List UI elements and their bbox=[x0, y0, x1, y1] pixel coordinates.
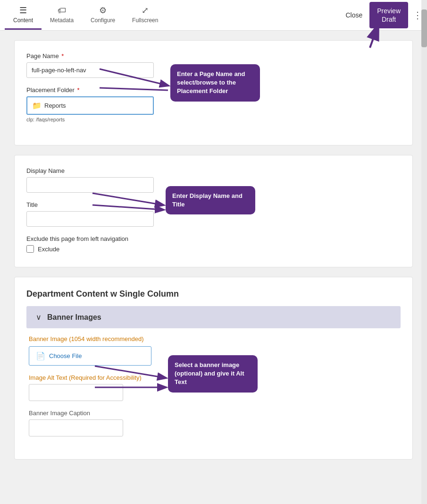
tab-content[interactable]: ☰ Content bbox=[5, 0, 42, 30]
exclude-section: Exclude this page from left navigation E… bbox=[26, 235, 401, 253]
page-name-input[interactable] bbox=[26, 62, 154, 78]
banner-images-title: Banner Images bbox=[47, 313, 101, 322]
banner-section-content: Banner Image (1054 width recommended) 📄 … bbox=[26, 335, 401, 436]
placement-folder-group: Placement Folder * 📁 Reports clp: /faqs/… bbox=[26, 86, 401, 122]
accordion-chevron-icon: ∨ bbox=[36, 313, 42, 322]
file-icon: 📄 bbox=[36, 351, 45, 360]
choose-file-label: Choose File bbox=[49, 352, 82, 359]
exclude-checkbox[interactable] bbox=[26, 245, 34, 253]
placement-folder-input[interactable]: 📁 Reports bbox=[26, 96, 154, 115]
title-group: Title bbox=[26, 201, 401, 227]
placement-required: * bbox=[77, 86, 80, 94]
banner-image-label: Banner Image (1054 width recommended) bbox=[29, 335, 398, 342]
display-name-section: Display Name Title Exclude this page fro… bbox=[14, 155, 413, 267]
alt-text-label: Image Alt Text (Required for Accessibili… bbox=[29, 374, 398, 381]
content-icon: ☰ bbox=[19, 5, 27, 16]
page-name-section: Page Name * Placement Folder * 📁 Reports… bbox=[14, 40, 413, 145]
dept-section: Department Content w Single Column ∨ Ban… bbox=[14, 277, 413, 460]
page-name-required: * bbox=[61, 52, 64, 60]
page-name-group: Page Name * bbox=[26, 52, 401, 78]
title-input[interactable] bbox=[26, 211, 154, 227]
tab-metadata[interactable]: 🏷 Metadata bbox=[42, 1, 82, 30]
more-options-button[interactable]: ⋮ bbox=[413, 9, 422, 21]
folder-value: Reports bbox=[44, 102, 66, 109]
dept-title: Department Content w Single Column bbox=[26, 289, 401, 299]
banner-image-group: Banner Image (1054 width recommended) 📄 … bbox=[29, 335, 398, 366]
banner-accordion-header[interactable]: ∨ Banner Images bbox=[26, 306, 401, 328]
placement-folder-label: Placement Folder * bbox=[26, 86, 401, 94]
page-name-label: Page Name * bbox=[26, 52, 401, 60]
folder-path: clp: /faqs/reports bbox=[26, 117, 401, 122]
tab-configure[interactable]: ⚙ Configure bbox=[82, 0, 124, 30]
fullscreen-icon: ⤢ bbox=[142, 5, 149, 16]
scrollbar-thumb[interactable] bbox=[421, 9, 427, 47]
folder-icon: 📁 bbox=[32, 101, 42, 110]
caption-input[interactable] bbox=[29, 419, 123, 436]
caption-label: Banner Image Caption bbox=[29, 410, 398, 417]
toolbar: ☰ Content 🏷 Metadata ⚙ Configure ⤢ Fulls… bbox=[0, 0, 427, 31]
scrollbar[interactable] bbox=[421, 0, 427, 504]
alt-text-input[interactable] bbox=[29, 384, 123, 401]
tab-fullscreen-label: Fullscreen bbox=[132, 17, 158, 24]
display-name-input[interactable] bbox=[26, 177, 154, 193]
title-label: Title bbox=[26, 201, 401, 208]
exclude-checkbox-label: Exclude bbox=[38, 246, 59, 253]
exclude-checkbox-row: Exclude bbox=[26, 245, 401, 253]
choose-file-button[interactable]: 📄 Choose File bbox=[29, 346, 151, 366]
display-name-label: Display Name bbox=[26, 167, 401, 174]
main-content: Page Name * Placement Folder * 📁 Reports… bbox=[0, 31, 427, 478]
preview-draft-button[interactable]: PreviewDraft bbox=[369, 2, 408, 28]
exclude-description: Exclude this page from left navigation bbox=[26, 235, 401, 242]
metadata-icon: 🏷 bbox=[58, 6, 66, 16]
tab-fullscreen[interactable]: ⤢ Fullscreen bbox=[124, 0, 167, 30]
tab-metadata-label: Metadata bbox=[50, 17, 74, 24]
caption-group: Banner Image Caption bbox=[29, 410, 398, 436]
display-name-group: Display Name bbox=[26, 167, 401, 193]
tab-configure-label: Configure bbox=[91, 17, 115, 24]
tab-content-label: Content bbox=[13, 17, 33, 24]
alt-text-group: Image Alt Text (Required for Accessibili… bbox=[29, 374, 398, 401]
close-button[interactable]: Close bbox=[345, 11, 362, 19]
configure-icon: ⚙ bbox=[99, 5, 107, 16]
